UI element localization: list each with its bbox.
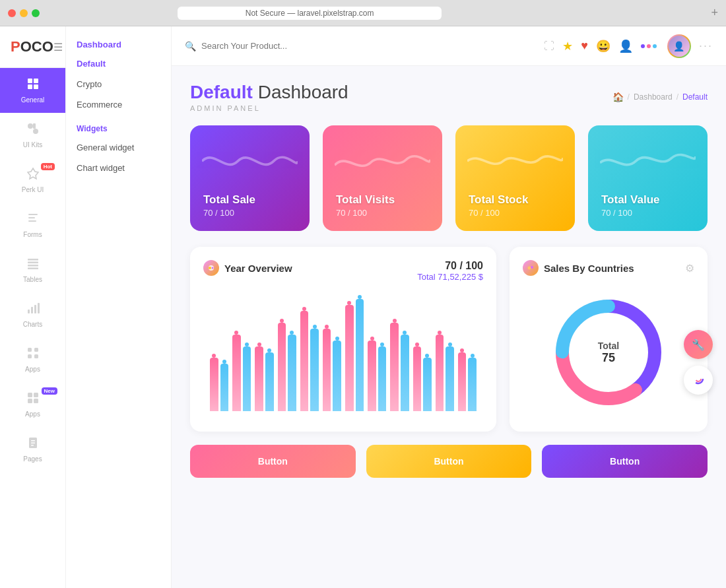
- tl-green[interactable]: [32, 9, 40, 17]
- stat-card-total-stock[interactable]: Total Stock 70 / 100: [455, 125, 575, 231]
- sidebar-label-pages: Pages: [23, 455, 42, 463]
- logo-area: POCO ☰: [0, 26, 65, 68]
- bar-group: [300, 311, 319, 411]
- svg-rect-12: [28, 262, 38, 264]
- more-options-icon[interactable]: ···: [699, 39, 713, 53]
- sidebar-item-forms[interactable]: Forms: [0, 203, 65, 247]
- stat-label-total-sale: Total Sale: [203, 193, 296, 207]
- bar-dot-blue: [245, 343, 249, 346]
- sales-title: Sales By Countries: [544, 263, 634, 274]
- bar-pink: [390, 323, 399, 411]
- main-content: 🔍 ⛶ ★ ♥ 😀 👤 👤 ···: [172, 26, 726, 588]
- apps-icon: [26, 346, 40, 363]
- wave-purple: [190, 145, 310, 177]
- bar-dot-blue: [471, 354, 475, 358]
- svg-point-32: [209, 267, 211, 269]
- search-input[interactable]: [201, 41, 320, 51]
- submenu-header-dashboard: Dashboard: [66, 33, 171, 53]
- dot-blue: [653, 44, 657, 48]
- submenu-item-general-widget[interactable]: General widget: [66, 137, 171, 158]
- svg-rect-1: [34, 79, 38, 83]
- bar-group: [390, 323, 409, 411]
- svg-rect-26: [34, 399, 38, 403]
- submenu-sidebar: Dashboard Default Crypto Ecommerce Widge…: [66, 26, 172, 588]
- sidebar-label-forms: Forms: [23, 231, 42, 238]
- badge-new: New: [42, 387, 57, 395]
- user-icon[interactable]: 👤: [618, 39, 633, 53]
- svg-point-5: [33, 129, 38, 134]
- bar-blue: [468, 358, 477, 411]
- bar-pink: [323, 329, 331, 411]
- tl-red[interactable]: [8, 9, 16, 17]
- emoji-icon[interactable]: 😀: [596, 39, 610, 53]
- bar-group: [413, 346, 432, 411]
- bar-dot-blue: [380, 343, 384, 346]
- sidebar-item-apps[interactable]: Apps: [0, 337, 65, 382]
- stat-card-total-visits[interactable]: Total Visits 70 / 100: [323, 125, 442, 231]
- page-title: Default Dashboard: [190, 82, 348, 103]
- stat-card-total-value[interactable]: Total Value 70 / 100: [588, 125, 708, 231]
- svg-rect-9: [28, 217, 35, 218]
- year-overview-total[interactable]: Total 71,52,225 $: [417, 272, 483, 282]
- bar-group: [368, 341, 386, 411]
- icon-sidebar: POCO ☰ General UI Kits: [0, 26, 66, 588]
- sidebar-item-tables[interactable]: Tables: [0, 247, 65, 292]
- submenu-item-crypto[interactable]: Crypto: [66, 74, 171, 94]
- svg-rect-10: [28, 220, 36, 222]
- bottom-btn-purple[interactable]: Button: [542, 445, 708, 478]
- sidebar-item-uikits[interactable]: UI Kits: [0, 113, 65, 158]
- star-icon[interactable]: ★: [562, 39, 573, 53]
- bar-dot-pink: [302, 307, 306, 311]
- svg-rect-23: [28, 393, 32, 397]
- refresh-btn[interactable]: [684, 366, 713, 395]
- bar-pink: [255, 346, 263, 411]
- submenu-item-ecommerce[interactable]: Ecommerce: [66, 94, 171, 115]
- bar-dot-pink: [393, 319, 397, 323]
- sales-title-row: Sales By Countries: [523, 260, 634, 276]
- breadcrumb-dashboard[interactable]: Dashboard: [634, 92, 673, 102]
- sidebar-label-tables: Tables: [23, 276, 42, 283]
- sidebar-item-perkui[interactable]: Hot Perk UI: [0, 158, 65, 203]
- stat-card-total-sale[interactable]: Total Sale 70 / 100: [190, 125, 310, 231]
- sidebar-item-pages[interactable]: Pages: [0, 427, 65, 472]
- avatar-inner: 👤: [669, 36, 690, 57]
- bar-blue: [356, 299, 364, 411]
- browser-add-tab[interactable]: +: [711, 6, 718, 20]
- bar-group: [210, 358, 228, 411]
- bar-blue: [333, 341, 341, 411]
- bar-blue: [378, 346, 387, 411]
- avatar[interactable]: 👤: [667, 34, 691, 58]
- address-bar[interactable]: Not Secure — laravel.pixelstrap.com: [178, 7, 442, 20]
- stat-value-total-stock: 70 / 100: [469, 208, 562, 218]
- dot-purple: [641, 44, 645, 48]
- year-overview-header: Year Overview 70 / 100 Total 71,52,225 $: [203, 260, 483, 282]
- gear-icon[interactable]: ⚙: [685, 262, 694, 275]
- sidebar-item-apps-new[interactable]: New Apps: [0, 382, 65, 427]
- traffic-lights: [8, 9, 40, 17]
- stat-value-total-sale: 70 / 100: [203, 208, 296, 218]
- bar-blue: [423, 358, 432, 411]
- svg-point-33: [212, 267, 214, 269]
- chart-title-row: Year Overview: [203, 260, 292, 276]
- hamburger-icon[interactable]: ☰: [53, 41, 63, 53]
- badge-hot: Hot: [41, 163, 55, 170]
- sidebar-item-general[interactable]: General: [0, 68, 65, 113]
- sidebar-item-charts[interactable]: Charts: [0, 292, 65, 337]
- submenu-item-default[interactable]: Default: [66, 53, 171, 74]
- submenu-item-chart-widget[interactable]: Chart widget: [66, 158, 171, 178]
- home-icon[interactable]: 🏠: [612, 92, 624, 102]
- heart-icon[interactable]: ♥: [581, 39, 588, 53]
- bar-group: [232, 335, 251, 411]
- bottom-btn-yellow[interactable]: Button: [366, 445, 532, 478]
- fullscreen-icon[interactable]: ⛶: [544, 40, 554, 52]
- svg-rect-11: [28, 259, 38, 261]
- bar-dot-blue: [403, 331, 407, 335]
- app-container: POCO ☰ General UI Kits: [0, 26, 726, 588]
- sidebar-label-apps: Apps: [25, 366, 40, 373]
- bottom-btn-pink[interactable]: Button: [190, 445, 356, 478]
- bar-dot-pink: [415, 343, 419, 346]
- bar-dot-blue: [448, 343, 452, 346]
- tl-yellow[interactable]: [20, 9, 28, 17]
- wrench-btn[interactable]: 🔧: [684, 330, 713, 359]
- svg-rect-29: [31, 443, 35, 444]
